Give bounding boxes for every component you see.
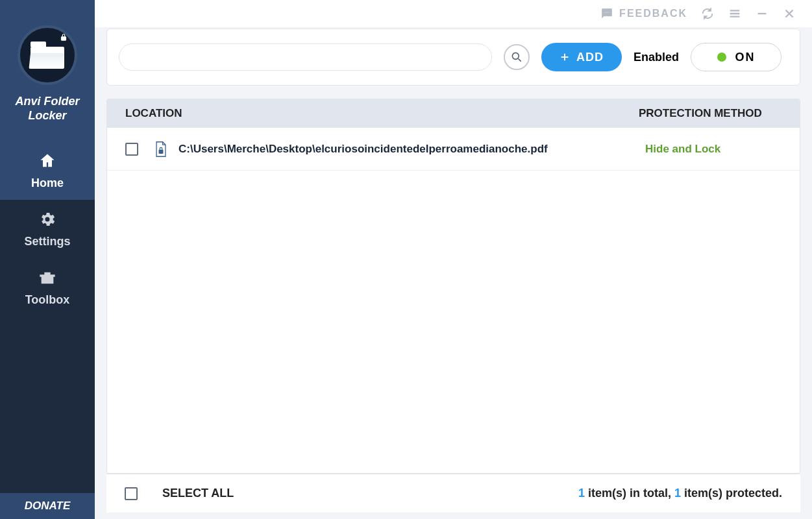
total-count: 1	[578, 487, 585, 500]
toolbar: ADD Enabled ON	[106, 29, 800, 86]
list-area: LOCATION PROTECTION METHOD C:\Users\Merc…	[106, 99, 800, 474]
row-path: C:\Users\Merche\Desktop\elcuriosoinciden…	[178, 143, 645, 156]
add-button-label: ADD	[576, 51, 604, 64]
nav-toolbox[interactable]: Toolbox	[0, 258, 95, 317]
feedback-label: FEEDBACK	[619, 8, 687, 19]
search-input[interactable]	[119, 43, 492, 71]
table-row[interactable]: C:\Users\Merche\Desktop\elcuriosoinciden…	[107, 128, 800, 171]
menu-icon[interactable]	[728, 6, 742, 21]
list-header: LOCATION PROTECTION METHOD	[107, 99, 800, 128]
nav-home[interactable]: Home	[0, 141, 95, 200]
nav-home-label: Home	[31, 176, 64, 190]
select-all-label: SELECT ALL	[162, 487, 234, 500]
nav-settings[interactable]: Settings	[0, 200, 95, 258]
donate-button[interactable]: DONATE	[0, 493, 95, 519]
toggle-indicator	[717, 53, 726, 62]
search-button[interactable]	[504, 44, 530, 70]
file-lock-icon	[154, 141, 168, 158]
home-icon	[38, 152, 56, 170]
enabled-label: Enabled	[634, 51, 679, 64]
row-method: Hide and Lock	[645, 143, 781, 156]
col-method: PROTECTION METHOD	[639, 107, 781, 120]
status-summary: 1 item(s) in total, 1 item(s) protected.	[578, 487, 782, 500]
nav-settings-label: Settings	[24, 235, 70, 248]
nav-toolbox-label: Toolbox	[25, 293, 70, 307]
minimize-icon[interactable]	[755, 6, 769, 21]
sidebar: Anvi Folder Locker Home Settings Toolbox…	[0, 0, 95, 519]
app-logo	[18, 25, 77, 85]
gear-icon	[38, 210, 56, 228]
content-area: FEEDBACK ADD Enabled ON LOCATION PROTECT…	[95, 0, 812, 519]
svg-point-1	[606, 12, 608, 13]
svg-point-3	[512, 53, 519, 59]
lock-icon	[59, 33, 68, 42]
chat-icon	[600, 6, 614, 21]
col-location: LOCATION	[125, 107, 639, 120]
refresh-icon[interactable]	[700, 6, 715, 21]
row-checkbox[interactable]	[125, 143, 138, 156]
add-button[interactable]: ADD	[541, 43, 622, 71]
search-icon	[510, 51, 523, 64]
footer: SELECT ALL 1 item(s) in total, 1 item(s)…	[106, 474, 800, 513]
select-all-checkbox[interactable]	[125, 487, 138, 500]
feedback-button[interactable]: FEEDBACK	[600, 6, 687, 21]
protected-count: 1	[674, 487, 681, 500]
titlebar: FEEDBACK	[95, 0, 812, 27]
enabled-toggle[interactable]: ON	[691, 43, 781, 71]
toolbox-icon	[38, 269, 56, 287]
svg-rect-4	[159, 149, 164, 153]
app-title: Anvi Folder Locker	[15, 94, 79, 123]
toggle-label: ON	[735, 51, 756, 64]
logo-zone: Anvi Folder Locker	[0, 0, 95, 141]
svg-point-0	[604, 12, 606, 13]
close-icon[interactable]	[782, 6, 796, 21]
svg-point-2	[608, 12, 609, 13]
plus-icon	[560, 52, 570, 62]
